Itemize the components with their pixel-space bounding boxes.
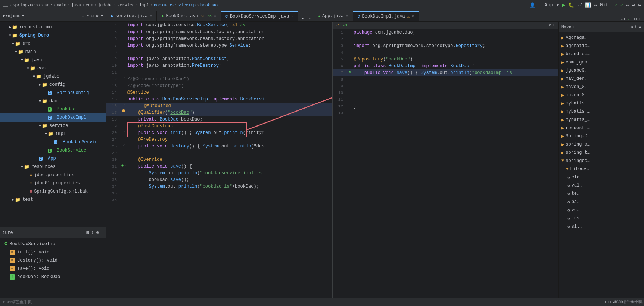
maven-item-jgdabc0[interactable]: ▶ jgdabc0… bbox=[559, 66, 644, 75]
sidebar-item-config[interactable]: ▶ 📁 config bbox=[0, 81, 106, 89]
maven-item-springt[interactable]: ▶ spring_t… bbox=[559, 149, 644, 157]
fold-icon-31[interactable]: ○ bbox=[124, 163, 126, 168]
sort-alpha-icon[interactable]: ↕ bbox=[91, 230, 94, 235]
bc-spring-demo[interactable]: Spring-Demo bbox=[13, 3, 40, 7]
run-button[interactable]: ▶ bbox=[562, 2, 565, 8]
sidebar-item-bookdao[interactable]: I BookDao bbox=[0, 105, 106, 113]
git-more-icon[interactable]: ⋯ bbox=[626, 2, 629, 8]
sidebar-item-springconfig[interactable]: C SpringConfig bbox=[0, 89, 106, 97]
sidebar-item-request-demo[interactable]: ▶ 📁 request-demo bbox=[0, 23, 106, 31]
tab-bookdaoserviceimp[interactable]: C BookDaoServiceImp.java × bbox=[221, 11, 298, 21]
lifecycle-item-pa[interactable]: ⚙ pa… bbox=[559, 198, 644, 206]
collapse-icon2[interactable]: ↕ bbox=[553, 23, 555, 28]
coverage-icon[interactable]: 🛡 bbox=[577, 2, 582, 8]
sidebar-item-impl[interactable]: ▼ 📁 impl bbox=[0, 130, 106, 138]
sidebar-item-jdbc-props[interactable]: ≡ jdbc.properties bbox=[0, 171, 106, 179]
bc-java[interactable]: java bbox=[71, 3, 81, 7]
sort-icon[interactable]: ≡ bbox=[87, 13, 89, 18]
sidebar-item-bookservice[interactable]: I BookService bbox=[0, 146, 106, 154]
struct-class-item[interactable]: C BookDaoServiceImp bbox=[0, 240, 106, 248]
maven-item-springd[interactable]: ▶ Spring-D… bbox=[559, 132, 644, 140]
struct-field-bookdao[interactable]: f bookDao: BookDao bbox=[0, 273, 106, 281]
tab-close-service[interactable]: × bbox=[150, 14, 152, 18]
maven-item-request[interactable]: ▶ request-… bbox=[559, 124, 644, 132]
close-sidebar-icon[interactable]: − bbox=[100, 13, 103, 18]
redo-icon[interactable]: ↪ bbox=[638, 2, 641, 8]
fold-icon-25[interactable]: ○ bbox=[122, 143, 125, 147]
settings2-icon[interactable]: ⚙ bbox=[96, 230, 99, 235]
maven-item-lifecycle[interactable]: ▼ Lifecy… bbox=[559, 165, 644, 173]
user-icon[interactable]: 👤 bbox=[529, 2, 535, 8]
maven-item-maven01[interactable]: ▶ maven_0… bbox=[559, 91, 644, 99]
dropdown-icon[interactable]: ▾ bbox=[556, 2, 559, 8]
sidebar-item-java[interactable]: ▼ 📁 java bbox=[0, 56, 106, 64]
maven-item-springbc[interactable]: ▼ springbc… bbox=[559, 157, 644, 165]
tab-overflow-menu[interactable]: ▾ bbox=[298, 16, 307, 21]
lifecycle-item-ve[interactable]: ⚙ ve… bbox=[559, 206, 644, 214]
tab-close-bookdao[interactable]: × bbox=[214, 14, 216, 18]
lifecycle-item-val[interactable]: ⚙ val… bbox=[559, 181, 644, 190]
sidebar-item-main[interactable]: ▼ 📁 main bbox=[0, 48, 106, 56]
maven-item-aggra[interactable]: ▶ Aggraga… bbox=[559, 34, 644, 42]
expand-icon[interactable]: ⊞ bbox=[549, 23, 551, 28]
sidebar-item-springconfig-xml[interactable]: ⊞ SpringConfig.xml.bak bbox=[0, 187, 106, 196]
minimize-icon[interactable]: − bbox=[101, 230, 104, 235]
tab-close-serviceimp[interactable]: × bbox=[291, 15, 293, 19]
tab-bookdaoimpl[interactable]: C BookDaoImpl.java ⚠ × bbox=[353, 11, 419, 21]
maven-item-brand[interactable]: ▶ brand-de… bbox=[559, 50, 644, 58]
tab-appjava[interactable]: C App.java × bbox=[313, 11, 353, 21]
tab-close-bookdaoimpl[interactable]: × bbox=[412, 15, 414, 19]
lifecycle-item-ins[interactable]: ⚙ ins… bbox=[559, 214, 644, 222]
sidebar-item-jdbc01-props[interactable]: ≡ jdbc01.properties bbox=[0, 179, 106, 187]
maven-item-mavden[interactable]: ▶ mav_den… bbox=[559, 75, 644, 83]
project-dropdown[interactable]: ▾ bbox=[22, 13, 24, 18]
struct-method-save[interactable]: m save(): void bbox=[0, 265, 106, 273]
tab-right-icon1[interactable]: ⚠1 bbox=[621, 17, 625, 21]
sidebar-item-service[interactable]: ▼ 📁 service bbox=[0, 122, 106, 130]
fold-icon-16[interactable]: ○ bbox=[122, 103, 125, 107]
sidebar-item-bookdaoimpl[interactable]: C BookDaoImpl bbox=[0, 113, 106, 122]
sidebar-item-bookdaoserviceimp[interactable]: C BookDaoServic… bbox=[0, 138, 106, 146]
struct-method-destory[interactable]: m destory(): void bbox=[0, 256, 106, 265]
bc-src[interactable]: src bbox=[44, 3, 52, 7]
sidebar-item-src[interactable]: ▼ 📁 src bbox=[0, 40, 106, 48]
bc-main[interactable]: main bbox=[56, 3, 66, 7]
undo-icon[interactable]: ↩ bbox=[632, 2, 635, 8]
app-label[interactable]: App bbox=[544, 2, 553, 8]
lifecycle-item-sit[interactable]: ⚙ sit… bbox=[559, 222, 644, 231]
sidebar-item-resources[interactable]: ▼ 📁 resources bbox=[0, 163, 106, 171]
bc-field[interactable]: bookDao bbox=[200, 3, 218, 7]
tab-refresh-icon[interactable]: ↕ bbox=[639, 17, 641, 21]
left-code-area[interactable]: 4 import com.jgdabc.service.BookService;… bbox=[106, 22, 332, 298]
sidebar-item-spring-demo[interactable]: ▼ 📁 Spring-Demo bbox=[0, 31, 106, 40]
bc-service[interactable]: service bbox=[117, 3, 134, 7]
debug-icon[interactable]: 🐛 bbox=[568, 2, 574, 8]
struct-method-init[interactable]: m init(): void bbox=[0, 248, 106, 256]
collapse-all-icon[interactable]: ⊞ bbox=[82, 13, 84, 18]
sidebar-item-com[interactable]: ▼ 📁 com bbox=[0, 64, 106, 72]
bc-root[interactable]: __ bbox=[3, 3, 8, 7]
fold-icon-12[interactable]: ○ bbox=[122, 76, 125, 80]
maven-item-springa[interactable]: ▶ spring_a… bbox=[559, 140, 644, 149]
maven-item-mybatis1[interactable]: ▶ mybatis_… bbox=[559, 99, 644, 107]
profile-icon[interactable]: 📊 bbox=[585, 2, 591, 8]
filter-icon[interactable]: ⊟ bbox=[91, 13, 94, 18]
bc-class[interactable]: BookDaoServiceImp bbox=[154, 3, 196, 7]
maven-item-mybatis2[interactable]: ▶ mybatis_… bbox=[559, 107, 644, 116]
back-icon[interactable]: ← bbox=[538, 2, 541, 8]
tab-close-app[interactable]: × bbox=[346, 14, 348, 18]
sidebar-item-jgdabc[interactable]: ▼ 📁 jgdabc bbox=[0, 72, 106, 81]
lifecycle-item-te[interactable]: ⚙ te… bbox=[559, 190, 644, 198]
fold-icon-20[interactable]: ○ bbox=[122, 129, 125, 134]
maven-refresh-icon[interactable]: ↻ bbox=[631, 24, 633, 29]
bc-jgdabc[interactable]: jgdabc bbox=[98, 3, 113, 7]
lifecycle-item-cle[interactable]: ⚙ cle… bbox=[559, 173, 644, 181]
maven-item-mybatis3[interactable]: ▶ mybatis_… bbox=[559, 116, 644, 124]
right-code-area[interactable]: 1 package com.jgdabc.dao; 2 3 impo bbox=[333, 29, 558, 298]
maven-item-maven0[interactable]: ▶ maven_0… bbox=[559, 83, 644, 91]
settings-icon[interactable]: ⚙ bbox=[96, 13, 99, 18]
more-run-icon[interactable]: ⋯ bbox=[594, 2, 597, 8]
bc-impl[interactable]: impl bbox=[139, 3, 149, 7]
maven-download-icon[interactable]: ⬇ bbox=[635, 24, 637, 29]
collapse-icon[interactable]: ⊟ bbox=[86, 230, 89, 235]
